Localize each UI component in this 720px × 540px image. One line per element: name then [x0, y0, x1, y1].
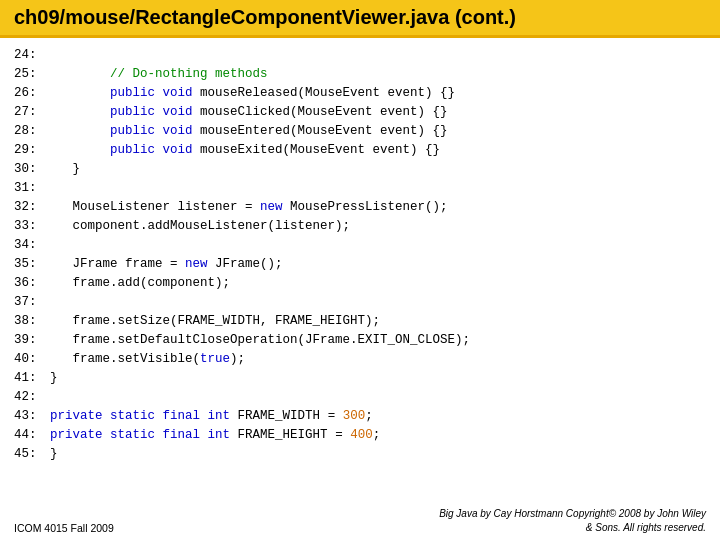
code-line-36: 36: frame.add(component); — [14, 274, 706, 293]
code-line-41: 41: } — [14, 369, 706, 388]
code-line-38: 38: frame.setSize(FRAME_WIDTH, FRAME_HEI… — [14, 312, 706, 331]
code-line-24: 24: — [14, 46, 706, 65]
code-line-28: 28: public void mouseEntered(MouseEvent … — [14, 122, 706, 141]
code-block: 24: 25: // Do-nothing methods 26: public… — [14, 46, 706, 464]
code-line-25: 25: // Do-nothing methods — [14, 65, 706, 84]
header: ch09/mouse/RectangleComponentViewer.java… — [0, 0, 720, 38]
code-line-33: 33: component.addMouseListener(listener)… — [14, 217, 706, 236]
page-title: ch09/mouse/RectangleComponentViewer.java… — [14, 6, 516, 28]
code-line-40: 40: frame.setVisible(true); — [14, 350, 706, 369]
code-line-31: 31: — [14, 179, 706, 198]
code-line-34: 34: — [14, 236, 706, 255]
footer: ICOM 4015 Fall 2009 Big Java by Cay Hors… — [14, 507, 706, 534]
code-line-32: 32: MouseListener listener = new MousePr… — [14, 198, 706, 217]
code-line-29: 29: public void mouseExited(MouseEvent e… — [14, 141, 706, 160]
code-line-39: 39: frame.setDefaultCloseOperation(JFram… — [14, 331, 706, 350]
code-line-43: 43: private static final int FRAME_WIDTH… — [14, 407, 706, 426]
footer-course: ICOM 4015 Fall 2009 — [14, 522, 114, 534]
footer-copyright: Big Java by Cay Horstmann Copyright© 200… — [439, 507, 706, 534]
code-content: 24: 25: // Do-nothing methods 26: public… — [0, 38, 720, 468]
code-line-37: 37: — [14, 293, 706, 312]
code-line-35: 35: JFrame frame = new JFrame(); — [14, 255, 706, 274]
code-line-27: 27: public void mouseClicked(MouseEvent … — [14, 103, 706, 122]
code-line-44: 44: private static final int FRAME_HEIGH… — [14, 426, 706, 445]
code-line-30: 30: } — [14, 160, 706, 179]
code-line-45: 45: } — [14, 445, 706, 464]
code-line-26: 26: public void mouseReleased(MouseEvent… — [14, 84, 706, 103]
code-line-42: 42: — [14, 388, 706, 407]
